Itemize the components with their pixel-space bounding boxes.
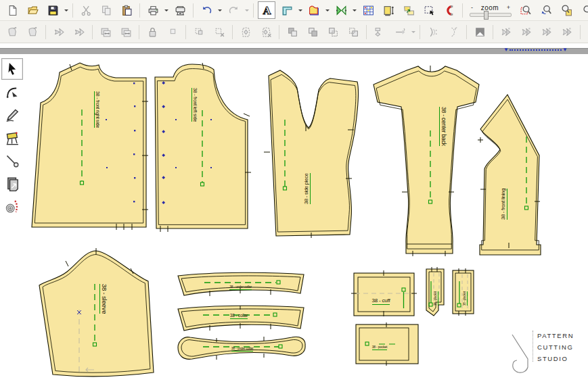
toolbar-separator [462, 3, 463, 18]
toolbar-separator [580, 25, 581, 39]
pattern-style-icon[interactable] [305, 1, 323, 19]
page-range-bar[interactable]: ▼ ▼ [503, 47, 568, 55]
secondary-toolbar [0, 21, 588, 43]
pattern-piece-sleeve[interactable] [39, 248, 154, 377]
toolbar-separator [366, 25, 367, 39]
piece-label-cuff: 38 - cuff [360, 297, 402, 305]
piece-label-front-right-side: 38 - front right side [94, 91, 100, 128]
new-file-icon[interactable] [3, 1, 21, 19]
toolbar-separator [92, 25, 93, 39]
needle-hook-icon [503, 331, 533, 381]
undo-icon[interactable] [198, 1, 215, 19]
send-backward-icon [344, 23, 362, 41]
redo-icon [225, 1, 242, 19]
notch-tool-1-icon [497, 23, 515, 41]
cut-icon [77, 1, 95, 19]
main-toolbar: A - zoom + [0, 0, 588, 21]
bring-forward-icon [324, 23, 342, 41]
arrange-pieces-icon[interactable] [400, 1, 417, 19]
mirror-dropdown-icon[interactable] [351, 3, 358, 18]
tool-palette [1, 58, 24, 219]
lock-piece-icon [143, 23, 161, 41]
zoom-slider-thumb[interactable] [484, 11, 489, 20]
zoom-area-icon[interactable] [517, 1, 535, 19]
zoom-slider-track[interactable] [470, 13, 512, 17]
piece-label-collar: 38 - collar [205, 313, 273, 319]
toolbar-separator [232, 25, 233, 39]
copy-icon [97, 1, 115, 19]
pointer-tool[interactable] [1, 58, 23, 80]
new-window-icon [585, 23, 588, 41]
print-dropdown-icon[interactable] [163, 3, 170, 18]
pattern-cutting-studio-window: A - zoom + ▼ ▼ [0, 0, 588, 386]
toolbar-separator [466, 25, 467, 39]
pattern-piece-front-right-side[interactable] [32, 63, 148, 230]
zoom-previous-icon[interactable] [537, 1, 555, 19]
range-start-marker[interactable]: ▼ [503, 47, 509, 53]
piece-label-front-lining: 38 - front lining [500, 189, 507, 220]
plot-icon[interactable] [171, 1, 189, 19]
piece-label-sleeve: 38 - sleeve [99, 284, 108, 314]
zoom-out-label[interactable]: - [471, 4, 473, 11]
range-end-marker[interactable]: ▼ [562, 47, 568, 53]
measure-piece-icon[interactable] [380, 1, 397, 19]
save-icon[interactable] [44, 1, 62, 19]
delete-dart-icon [257, 23, 275, 41]
piece-label-placket-left: 38 - placket [434, 291, 438, 306]
invert-selection-icon [471, 23, 489, 41]
open-file-icon[interactable] [24, 1, 41, 19]
range-line [510, 49, 562, 51]
ruler-bar [0, 48, 588, 54]
pattern-piece-pocket[interactable] [356, 322, 418, 366]
ruler-dropdown-icon[interactable] [297, 3, 304, 18]
logo-line-2: CUTTING [537, 341, 574, 353]
curve-trace-icon [445, 23, 462, 41]
piece-label-pocket: 38 - pocket [364, 345, 395, 350]
copy-sheets-tool[interactable] [1, 173, 23, 195]
select-area-icon[interactable] [420, 1, 438, 19]
pin-tool[interactable] [1, 150, 23, 172]
pattern-piece-center-back[interactable] [374, 66, 479, 256]
pattern-piece-side-piece[interactable] [264, 70, 358, 238]
extend-line-dropdown-icon [410, 24, 417, 39]
undo-dropdown-icon[interactable] [217, 3, 223, 18]
curve-points-icon [424, 23, 442, 41]
send-back-icon [304, 23, 321, 41]
pen-tool[interactable] [1, 104, 23, 126]
pattern-piece-front-lining[interactable] [478, 95, 541, 255]
toolbar-separator [139, 3, 140, 18]
piece-label-side-piece: 38 - side piece [303, 173, 311, 204]
save-dropdown-icon[interactable] [63, 3, 70, 18]
piece-label-center-back: 38 - center back [439, 107, 447, 146]
trace-seam-icon [50, 23, 68, 41]
stitch-tool[interactable] [1, 196, 23, 218]
snap-magnet-icon[interactable] [440, 1, 458, 19]
unlock-piece-icon [164, 23, 181, 41]
paste-icon[interactable] [118, 1, 135, 19]
grading-table-icon[interactable] [359, 1, 377, 19]
text-tool-icon[interactable]: A [258, 1, 275, 19]
swap-piece-icon [117, 23, 135, 41]
logo-line-3: STUDIO [537, 353, 574, 364]
notch-tool-2-icon [518, 23, 535, 41]
ruler-icon[interactable] [278, 1, 296, 19]
curve-edit-tool[interactable] [1, 81, 23, 103]
logo-line-1: PATTERN [537, 330, 574, 341]
print-icon[interactable] [144, 1, 162, 19]
logo-divider [533, 331, 533, 362]
zoom-page-icon[interactable] [558, 1, 575, 19]
zoom-control[interactable]: - zoom + [470, 4, 512, 17]
piece-label-collar-band: 38 - under collar [205, 346, 279, 352]
bring-front-icon [284, 23, 301, 41]
pattern-piece-cuff[interactable] [351, 270, 417, 316]
drafting-table-tool[interactable] [1, 127, 23, 149]
zoom-in-label[interactable]: + [507, 4, 510, 11]
pattern-style-dropdown-icon[interactable] [324, 3, 331, 18]
cut-seam-icon [70, 23, 88, 41]
mirror-icon[interactable] [332, 1, 350, 19]
zoom-all-icon[interactable] [578, 1, 588, 19]
copy-piece-icon [3, 23, 21, 41]
notch-tool-4-icon [558, 23, 576, 41]
pattern-piece-front-left-side[interactable] [155, 63, 251, 232]
toolbar-separator [185, 25, 186, 39]
